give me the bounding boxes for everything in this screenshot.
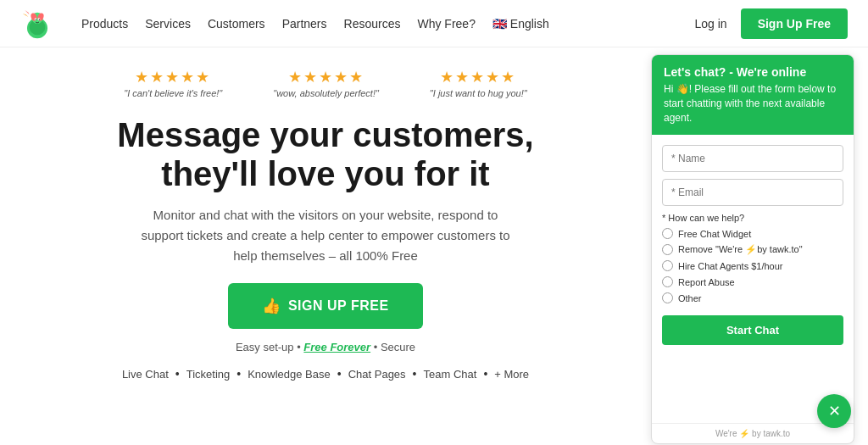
option-label-1: Free Chat Widget xyxy=(678,229,751,239)
radio-free-chat[interactable]: Free Chat Widget xyxy=(662,228,843,239)
chat-name-input[interactable] xyxy=(662,145,843,172)
radio-circle-4 xyxy=(662,276,673,287)
chat-header-sub: Hi 👋! Please fill out the form below to … xyxy=(664,82,842,125)
logo[interactable] xyxy=(20,7,54,41)
radio-circle-2 xyxy=(662,244,673,255)
signup-button[interactable]: Sign Up Free xyxy=(741,8,848,39)
cta-signup-button[interactable]: 👍 SIGN UP FREE xyxy=(228,283,422,329)
feature-chatpages: Chat Pages xyxy=(348,368,406,381)
option-label-2: Remove "We're ⚡by tawk.to" xyxy=(678,244,803,255)
dot-3: • xyxy=(337,367,342,381)
chat-header-title: Let's chat? - We're online xyxy=(664,65,842,79)
svg-marker-10 xyxy=(23,14,29,17)
help-label: * How can we help? xyxy=(662,213,843,223)
feature-teamchat: Team Chat xyxy=(424,368,477,381)
nav-customers[interactable]: Customers xyxy=(208,17,265,31)
stars-2: ★★★★★ xyxy=(273,68,379,86)
radio-circle-3 xyxy=(662,260,673,271)
option-label-4: Report Abuse xyxy=(678,277,735,287)
headline: Message your customers, they'll love you… xyxy=(117,115,533,193)
chat-footer: We're ⚡ by tawk.to xyxy=(652,423,854,443)
chat-sidebar: Let's chat? - We're online Hi 👋! Please … xyxy=(651,47,868,445)
review-1: ★★★★★ "I can't believe it's free!" xyxy=(124,68,222,98)
dot-2: • xyxy=(236,367,241,381)
feature-kb: Knowledge Base xyxy=(248,368,331,381)
dot-1: • xyxy=(175,367,180,381)
chat-email-input[interactable] xyxy=(662,179,843,206)
nav-partners[interactable]: Partners xyxy=(282,17,327,31)
review-text-3: "I just want to hug you!" xyxy=(430,88,527,98)
review-text-2: "wow, absolutely perfect!" xyxy=(273,88,379,98)
nav-products[interactable]: Products xyxy=(81,17,128,31)
review-3: ★★★★★ "I just want to hug you!" xyxy=(430,68,527,98)
dot-4: • xyxy=(413,367,417,381)
radio-circle-5 xyxy=(662,292,673,303)
cta-label: SIGN UP FREE xyxy=(288,298,389,314)
chat-widget: Let's chat? - We're online Hi 👋! Please … xyxy=(651,54,854,444)
features-bar: Live Chat • Ticketing • Knowledge Base •… xyxy=(122,367,529,381)
start-chat-button[interactable]: Start Chat xyxy=(662,315,843,345)
feature-livechat: Live Chat xyxy=(122,368,169,381)
svg-point-8 xyxy=(39,19,40,19)
login-link[interactable]: Log in xyxy=(694,17,726,31)
nav-right: Log in Sign Up Free xyxy=(694,8,848,39)
review-text-1: "I can't believe it's free!" xyxy=(124,88,222,98)
nav-whyfree[interactable]: Why Free? xyxy=(417,17,475,31)
nav-language[interactable]: 🇬🇧 English xyxy=(492,17,549,31)
nav-links: Products Services Customers Partners Res… xyxy=(81,17,694,31)
chat-close-button[interactable]: ✕ xyxy=(817,394,851,428)
radio-circle-1 xyxy=(662,228,673,239)
radio-other[interactable]: Other xyxy=(662,292,843,303)
easy-setup-text: Easy set-up • Free Forever • Secure xyxy=(236,341,415,353)
stars-1: ★★★★★ xyxy=(124,68,222,86)
hero-subtext: Monitor and chat with the visitors on yo… xyxy=(131,205,520,266)
radio-remove-branding[interactable]: Remove "We're ⚡by tawk.to" xyxy=(662,244,843,255)
close-icon: ✕ xyxy=(828,402,841,420)
nav-resources[interactable]: Resources xyxy=(344,17,401,31)
chat-body: * How can we help? Free Chat Widget Remo… xyxy=(652,135,854,423)
reviews-row: ★★★★★ "I can't believe it's free!" ★★★★★… xyxy=(124,68,526,98)
feature-ticketing: Ticketing xyxy=(186,368,231,381)
radio-hire-agents[interactable]: Hire Chat Agents $1/hour xyxy=(662,260,843,271)
dot-5: • xyxy=(483,367,487,381)
nav-services[interactable]: Services xyxy=(145,17,191,31)
option-label-3: Hire Chat Agents $1/hour xyxy=(678,261,783,271)
stars-3: ★★★★★ xyxy=(430,68,527,86)
chat-header: Let's chat? - We're online Hi 👋! Please … xyxy=(652,55,854,135)
thumb-icon: 👍 xyxy=(262,297,281,315)
navigation: Products Services Customers Partners Res… xyxy=(0,0,868,47)
hero-section: ★★★★★ "I can't believe it's free!" ★★★★★… xyxy=(0,47,651,445)
radio-report-abuse[interactable]: Report Abuse xyxy=(662,276,843,287)
svg-marker-9 xyxy=(25,10,29,14)
feature-more: + More xyxy=(494,368,529,381)
review-2: ★★★★★ "wow, absolutely perfect!" xyxy=(273,68,379,98)
main-layout: ★★★★★ "I can't believe it's free!" ★★★★★… xyxy=(0,47,868,445)
option-label-5: Other xyxy=(678,293,702,303)
svg-point-7 xyxy=(36,19,36,19)
